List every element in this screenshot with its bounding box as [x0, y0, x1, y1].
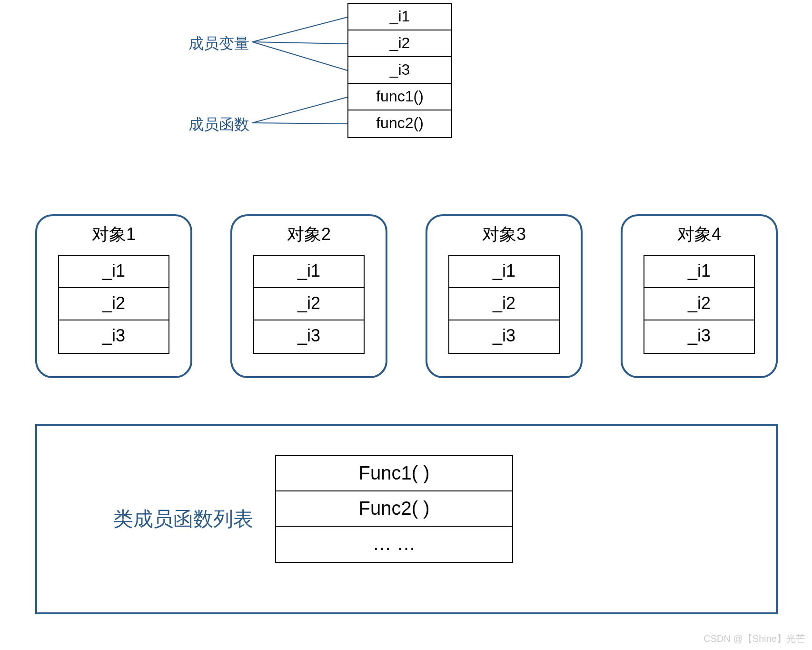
class-stack-row: func1() — [348, 84, 451, 110]
member-functions-label: 成员函数 — [188, 114, 249, 135]
member-row: _i1 — [449, 256, 559, 288]
class-function-list-stack: Func1( ) Func2( ) … … — [275, 455, 513, 563]
member-row: _i1 — [59, 256, 168, 288]
member-row: _i3 — [254, 320, 364, 353]
class-stack-row: _i2 — [348, 30, 451, 57]
object-card-2: 对象2 _i1 _i2 _i3 — [230, 214, 387, 378]
svg-line-2 — [252, 42, 347, 70]
member-row: _i3 — [449, 320, 559, 353]
object-members-stack: _i1 _i2 _i3 — [58, 255, 169, 354]
member-row: _i2 — [59, 288, 168, 320]
object-members-stack: _i1 _i2 _i3 — [448, 255, 560, 354]
object-title: 对象3 — [427, 223, 581, 246]
object-title: 对象1 — [37, 223, 190, 246]
object-title: 对象2 — [232, 223, 386, 246]
function-row: Func2( ) — [276, 491, 512, 527]
object-card-3: 对象3 _i1 _i2 _i3 — [426, 214, 583, 378]
member-row: _i2 — [644, 288, 754, 320]
member-row: _i2 — [254, 288, 364, 320]
class-definition-stack: _i1 _i2 _i3 func1() func2() — [347, 3, 452, 138]
object-title: 对象4 — [623, 223, 776, 246]
class-function-list-container: 类成员函数列表 Func1( ) Func2( ) … … — [35, 424, 778, 614]
member-row: _i2 — [449, 288, 559, 320]
member-variables-label: 成员变量 — [188, 33, 249, 54]
class-stack-row: func2() — [348, 110, 451, 137]
watermark: CSDN @【Shine】光芒 — [703, 632, 805, 645]
member-row: _i3 — [59, 320, 168, 353]
class-stack-row: _i3 — [348, 57, 451, 84]
member-row: _i1 — [644, 256, 754, 288]
svg-line-4 — [252, 123, 347, 124]
class-stack-row: _i1 — [348, 4, 451, 30]
svg-line-0 — [252, 17, 347, 42]
function-row: … … — [276, 527, 512, 562]
object-members-stack: _i1 _i2 _i3 — [644, 255, 755, 354]
svg-line-3 — [252, 97, 347, 123]
function-row: Func1( ) — [276, 456, 512, 491]
member-row: _i1 — [254, 256, 364, 288]
object-card-4: 对象4 _i1 _i2 _i3 — [621, 214, 778, 378]
member-row: _i3 — [644, 320, 754, 353]
object-card-1: 对象1 _i1 _i2 _i3 — [35, 214, 192, 378]
object-members-stack: _i1 _i2 _i3 — [253, 255, 365, 354]
svg-line-1 — [252, 42, 347, 44]
class-function-list-label: 类成员函数列表 — [113, 506, 253, 532]
